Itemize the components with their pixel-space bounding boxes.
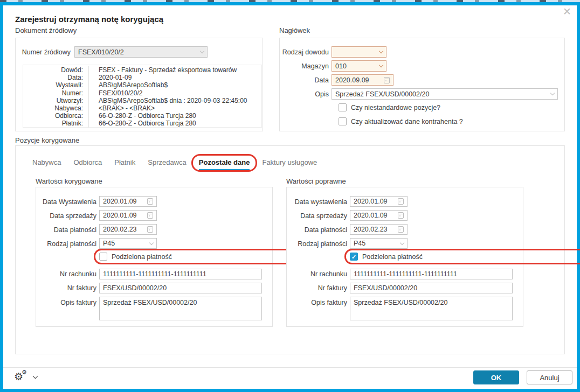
detail-label: Wystawił: <box>23 81 88 89</box>
nr-faktury-label: Nr faktury <box>36 284 96 292</box>
detail-value: ABS\gMSArepoSoftlab$ <box>88 81 261 89</box>
tab-bar: Nabywca Odbiorca Płatnik Sprzedawca Pozo… <box>31 157 318 170</box>
tab-pozostale-dane[interactable]: Pozostałe dane <box>198 157 251 170</box>
rodzaj-platnosci-combobox[interactable]: P45 <box>99 238 157 249</box>
left-panel-box: Data Wystawienia 2020.01.09 Data sprzeda… <box>36 187 273 327</box>
nr-faktury-input[interactable] <box>350 283 513 293</box>
detail-row: Numer:FSEX/010/20/2 <box>23 89 261 97</box>
update-contractor-checkbox-row: Czy aktualizować dane kontrahenta ? <box>339 117 463 125</box>
nr-faktury-input[interactable] <box>99 283 262 293</box>
split-payment-label: Podzielona płatność <box>112 253 172 261</box>
nr-rachunku-input[interactable] <box>99 269 262 279</box>
data-sprzedazy-field[interactable]: 2020.01.09 <box>350 210 408 221</box>
nr-rachunku-label: Nr rachunku <box>36 270 96 278</box>
chevron-down-icon <box>400 240 404 244</box>
nonstandard-checkbox-label: Czy niestandardowe pozycje? <box>351 104 440 111</box>
detail-row: Data:2020-01-09 <box>23 74 261 81</box>
detail-label: Nabywca: <box>23 104 88 112</box>
right-panel-title: Wartości poprawne <box>286 177 346 185</box>
source-number-combobox[interactable]: FSEX/010/20/2 <box>74 46 208 58</box>
magazyn-label: Magazyn <box>270 62 329 70</box>
left-panel-title: Wartości korygowane <box>36 177 102 185</box>
rodzaj-platnosci-label: Rodzaj płatności <box>36 240 96 248</box>
data-label: Data <box>270 76 329 84</box>
opis-faktury-textarea[interactable]: Sprzedaż FSEX/USD/00002/20 <box>99 297 262 320</box>
data-wystawienia-label: Data wystawienia <box>287 198 347 206</box>
section-label-source-document: Dokument źródłowy <box>15 26 77 34</box>
detail-label: Data: <box>23 74 88 81</box>
gear-small-icon: ⚙ <box>22 369 27 375</box>
rodzaj-platnosci-label: Rodzaj płatności <box>287 240 347 248</box>
detail-label: Odbiorca: <box>23 112 88 120</box>
opis-combobox[interactable]: Sprzedaż FSEX/USD/00002/20 <box>332 88 558 100</box>
rodzaj-platnosci-combobox[interactable]: P45 <box>350 238 408 249</box>
detail-row: Płatnik:66-O-280-Z - Odbiorca Turcja 280 <box>23 120 261 127</box>
source-document-details: Dowód:FSEX - Faktury - Sprzedaż eksporto… <box>23 65 262 128</box>
source-number-value: FSEX/010/20/2 <box>78 48 197 56</box>
split-payment-checkbox[interactable] <box>350 253 358 261</box>
calendar-icon[interactable] <box>398 212 404 219</box>
data-platnosci-field[interactable]: 2020.02.23 <box>99 224 157 235</box>
tab-odbiorca[interactable]: Odbiorca <box>72 157 103 170</box>
close-icon[interactable]: ✕ <box>561 5 574 18</box>
chevron-down-icon <box>149 240 154 244</box>
data-wystawienia-field[interactable]: 2020.01.09 <box>99 196 157 207</box>
source-number-label: Numer źródłowy <box>15 48 71 56</box>
nr-faktury-label: Nr faktury <box>287 284 347 292</box>
chevron-down-icon <box>200 49 204 53</box>
tab-faktury-uslugowe[interactable]: Faktury usługowe <box>261 157 318 170</box>
section-label-positions: Pozycje korygowane <box>15 136 79 144</box>
detail-value: 66-O-280-Z - Odbiorca Turcja 280 <box>88 112 261 120</box>
detail-value: 2020-01-09 <box>88 74 261 81</box>
data-wystawienia-field[interactable]: 2020.01.09 <box>350 196 408 207</box>
magazyn-combobox[interactable]: 010 <box>332 60 386 72</box>
detail-value: <BRAK> - <BRAK> <box>88 104 261 112</box>
opis-label: Opis <box>270 90 329 98</box>
calendar-icon[interactable] <box>147 212 153 219</box>
data-platnosci-label: Data płatności <box>287 226 347 234</box>
opis-faktury-textarea[interactable]: Sprzedaż FSEX/USD/00002/20 <box>350 297 513 320</box>
nonstandard-checkbox[interactable] <box>339 103 347 111</box>
data-platnosci-label: Data płatności <box>36 226 96 234</box>
chevron-down-icon <box>379 49 383 53</box>
rodzaj-dowodu-combobox[interactable] <box>332 46 386 58</box>
tab-sprzedawca[interactable]: Sprzedawca <box>147 157 188 170</box>
right-panel-box: Data wystawienia 2020.01.09 Data sprzeda… <box>286 187 523 327</box>
split-payment-label: Podzielona płatność <box>362 253 423 261</box>
update-contractor-checkbox[interactable] <box>339 117 347 125</box>
detail-label: Utworzył: <box>23 97 88 104</box>
calendar-icon[interactable] <box>147 226 153 233</box>
cancel-button[interactable]: Anuluj <box>527 370 572 384</box>
update-contractor-checkbox-label: Czy aktualizować dane kontrahenta ? <box>351 118 463 125</box>
detail-label: Płatnik: <box>23 120 88 127</box>
nr-rachunku-label: Nr rachunku <box>287 270 347 278</box>
rodzaj-dowodu-label: Rodzaj dowodu <box>270 48 329 56</box>
opis-value: Sprzedaż FSEX/USD/00002/20 <box>335 90 548 98</box>
detail-value: FSEX - Faktury - Sprzedaż eksportowa tow… <box>88 66 261 74</box>
detail-row: Utworzył:ABS\gMSArepoSoftlab$ dnia : 202… <box>23 97 261 104</box>
calendar-icon[interactable] <box>384 77 390 83</box>
detail-row: Odbiorca:66-O-280-Z - Odbiorca Turcja 28… <box>23 112 261 120</box>
calendar-icon[interactable] <box>398 226 404 233</box>
split-payment-checkbox[interactable] <box>99 253 107 261</box>
tab-platnik[interactable]: Płatnik <box>113 157 136 170</box>
opis-faktury-label: Opis faktury <box>287 299 347 306</box>
data-sprzedazy-label: Data sprzedaży <box>36 212 96 220</box>
calendar-icon[interactable] <box>147 198 153 205</box>
detail-label: Numer: <box>23 89 88 97</box>
detail-value: ABS\gMSArepoSoftlab$ dnia : 2020-09-03 2… <box>88 97 261 104</box>
ok-button[interactable]: OK <box>473 370 519 384</box>
data-datefield[interactable]: 2020.09.09 <box>332 74 393 86</box>
screen-background: Zarejestruj otrzymaną notę korygującą ✕ … <box>0 0 580 392</box>
data-value: 2020.09.09 <box>335 76 369 84</box>
dialog-title: Zarejestruj otrzymaną notę korygującą <box>15 15 163 24</box>
tab-nabywca[interactable]: Nabywca <box>31 157 62 170</box>
detail-row: Dowód:FSEX - Faktury - Sprzedaż eksporto… <box>23 66 261 74</box>
settings-button[interactable]: ⚙ ⚙ <box>14 372 31 384</box>
detail-value: 66-O-280-Z - Odbiorca Turcja 280 <box>88 120 261 127</box>
data-sprzedazy-field[interactable]: 2020.01.09 <box>99 210 157 221</box>
active-tab-underline <box>199 169 250 171</box>
data-platnosci-field[interactable]: 2020.02.23 <box>350 224 408 235</box>
calendar-icon[interactable] <box>398 198 404 205</box>
nr-rachunku-input[interactable] <box>350 269 513 279</box>
